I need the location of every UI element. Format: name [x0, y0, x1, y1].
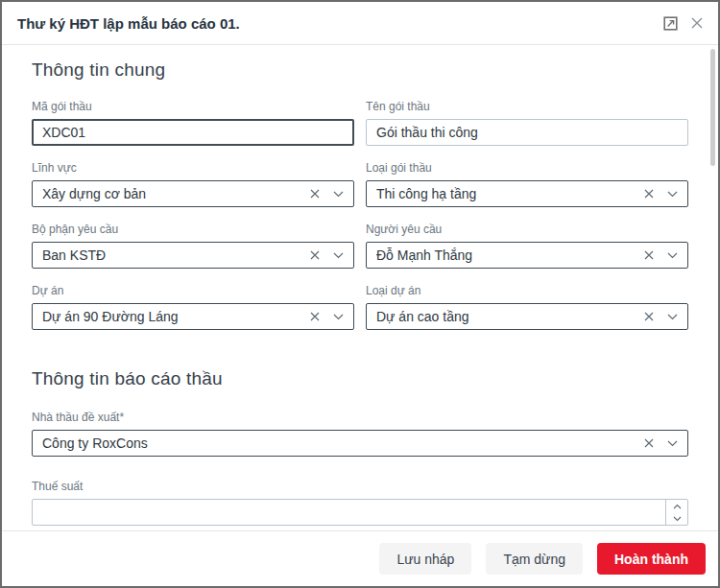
- pause-button[interactable]: Tạm dừng: [486, 543, 583, 575]
- dialog-title: Thư ký HĐT lập mẫu báo cáo 01.: [17, 15, 240, 32]
- chevron-down-icon[interactable]: [664, 431, 680, 456]
- field-nguoi-yeu-cau: Người yêu cầu Đỗ Mạnh Thắng: [366, 223, 688, 269]
- nguoi-yeu-cau-select[interactable]: Đỗ Mạnh Thắng: [366, 242, 688, 269]
- clear-icon[interactable]: [307, 181, 323, 206]
- dialog-body: Thông tin chung Mã gói thầu XDC01 Tên gó…: [2, 45, 718, 530]
- field-label: Thuế suất: [32, 480, 688, 493]
- save-draft-button[interactable]: Lưu nháp: [379, 543, 471, 575]
- select-value: Ban KSTĐ: [42, 247, 106, 263]
- bo-phan-yeu-cau-select[interactable]: Ban KSTĐ: [32, 242, 354, 269]
- loai-goi-thau-select[interactable]: Thi công hạ tầng: [366, 180, 688, 207]
- linh-vuc-select[interactable]: Xây dựng cơ bản: [32, 180, 354, 207]
- chevron-down-icon[interactable]: [664, 181, 680, 206]
- field-label: Mã gói thầu: [32, 100, 354, 113]
- loai-du-an-select[interactable]: Dự án cao tầng: [366, 303, 688, 330]
- close-icon[interactable]: [689, 15, 705, 31]
- section-heading-general: Thông tin chung: [32, 59, 688, 81]
- clear-icon[interactable]: [641, 304, 657, 329]
- chevron-down-icon[interactable]: [664, 304, 680, 329]
- field-label: Lĩnh vực: [32, 161, 354, 175]
- number-spinner: [665, 500, 687, 525]
- section-heading-report: Thông tin báo cáo thầu: [32, 368, 688, 389]
- field-label: Tên gói thầu: [366, 100, 688, 113]
- field-bo-phan-yeu-cau: Bộ phận yêu cầu Ban KSTĐ: [32, 223, 354, 269]
- field-label: Loại dự án: [366, 284, 688, 297]
- ten-goi-thau-input[interactable]: Gói thầu thi công: [366, 119, 688, 146]
- dialog-footer: Lưu nháp Tạm dừng Hoàn thành: [2, 530, 718, 586]
- chevron-down-icon[interactable]: [330, 304, 346, 329]
- field-label: Dự án: [32, 284, 354, 297]
- ma-goi-thau-input[interactable]: XDC01: [32, 119, 354, 146]
- scrollbar-thumb[interactable]: [710, 49, 715, 166]
- select-value: Dự án 90 Đường Láng: [42, 309, 179, 324]
- dialog-header: Thư ký HĐT lập mẫu báo cáo 01.: [2, 2, 718, 45]
- thue-suat-input[interactable]: [32, 499, 688, 526]
- input-value: Gói thầu thi công: [376, 125, 478, 140]
- du-an-select[interactable]: Dự án 90 Đường Láng: [32, 303, 354, 330]
- input-value: XDC01: [42, 125, 85, 140]
- complete-button[interactable]: Hoàn thành: [597, 543, 706, 575]
- general-fields-grid: Mã gói thầu XDC01 Tên gói thầu Gói thầu …: [32, 100, 688, 330]
- field-label: Người yêu cầu: [366, 223, 688, 236]
- clear-icon[interactable]: [641, 243, 657, 268]
- dialog-header-actions: [662, 15, 705, 31]
- field-label: Loại gói thầu: [366, 161, 688, 175]
- chevron-down-icon[interactable]: [330, 181, 346, 206]
- clear-icon[interactable]: [641, 181, 657, 206]
- field-label: Nhà thầu đề xuất*: [32, 411, 688, 424]
- maximize-icon[interactable]: [662, 15, 678, 31]
- field-label: Bộ phận yêu cầu: [32, 223, 354, 236]
- select-value: Xây dựng cơ bản: [42, 186, 146, 201]
- field-ma-goi-thau: Mã gói thầu XDC01: [32, 100, 354, 146]
- field-nha-thau-de-xuat: Nhà thầu đề xuất* Công ty RoxCons: [32, 411, 688, 457]
- field-loai-du-an: Loại dự án Dự án cao tầng: [366, 284, 688, 330]
- chevron-down-icon[interactable]: [330, 243, 346, 268]
- field-linh-vuc: Lĩnh vực Xây dựng cơ bản: [32, 161, 354, 207]
- report-template-dialog: Thư ký HĐT lập mẫu báo cáo 01. Thông tin…: [0, 0, 720, 588]
- clear-icon[interactable]: [307, 243, 323, 268]
- field-du-an: Dự án Dự án 90 Đường Láng: [32, 284, 354, 330]
- select-value: Đỗ Mạnh Thắng: [376, 247, 472, 263]
- spinner-down-icon[interactable]: [666, 512, 687, 525]
- spinner-up-icon[interactable]: [666, 500, 687, 512]
- clear-icon[interactable]: [307, 304, 323, 329]
- field-thue-suat: Thuế suất: [32, 480, 688, 526]
- field-loai-goi-thau: Loại gói thầu Thi công hạ tầng: [366, 161, 688, 207]
- select-value: Dự án cao tầng: [376, 309, 469, 324]
- select-value: Công ty RoxCons: [42, 435, 148, 451]
- nha-thau-de-xuat-select[interactable]: Công ty RoxCons: [32, 430, 688, 457]
- clear-icon[interactable]: [641, 431, 657, 456]
- chevron-down-icon[interactable]: [664, 243, 680, 268]
- field-ten-goi-thau: Tên gói thầu Gói thầu thi công: [366, 100, 688, 146]
- select-value: Thi công hạ tầng: [376, 186, 476, 201]
